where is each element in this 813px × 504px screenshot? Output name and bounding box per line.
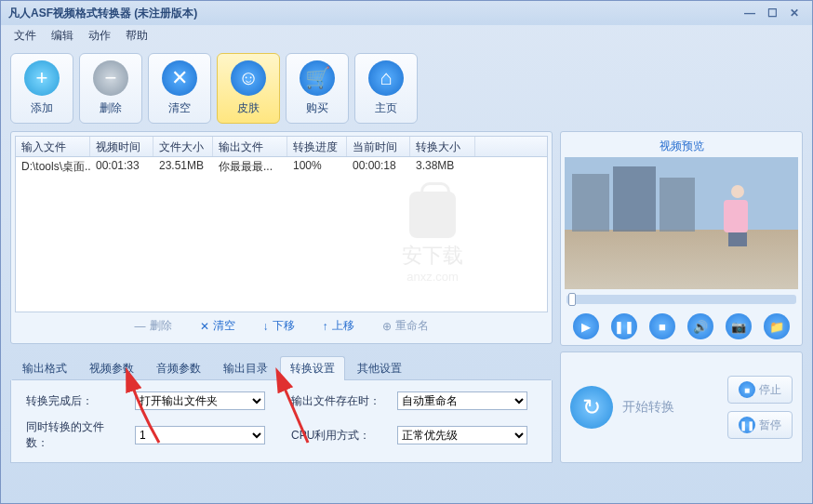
pause-button[interactable]: ❚❚ (611, 313, 637, 339)
stop-convert-button[interactable]: ■停止 (727, 376, 793, 404)
file-exists-label: 输出文件存在时： (291, 393, 380, 409)
settings-tabs: 输出格式 视频参数 音频参数 输出目录 转换设置 其他设置 (12, 350, 551, 380)
col-progress[interactable]: 转换进度 (287, 137, 347, 156)
settings-panel: 转换完成后： 打开输出文件夹 输出文件存在时： 自动重命名 同时转换的文件数： … (10, 380, 553, 463)
list-up[interactable]: ↑ 上移 (323, 318, 354, 334)
preview-panel: 视频预览 ▶ ❚❚ ■ 🔊 📷 📁 (560, 131, 803, 346)
cpu-mode-select[interactable]: 正常优先级 (397, 426, 527, 444)
list-down[interactable]: ↓ 下移 (263, 318, 295, 334)
pause-convert-button[interactable]: ❚❚暂停 (727, 411, 793, 439)
col-time[interactable]: 当前时间 (347, 137, 410, 156)
col-input[interactable]: 输入文件 (16, 137, 90, 156)
cpu-mode-label: CPU利用方式： (291, 428, 380, 444)
file-exists-select[interactable]: 自动重命名 (397, 391, 527, 410)
list-actions: — 删除 ✕ 清空 ↓ 下移 ↑ 上移 ⊕ 重命名 (15, 312, 548, 339)
col-output[interactable]: 输出文件 (213, 137, 287, 156)
tab-audio-params[interactable]: 音频参数 (146, 356, 211, 380)
stop-button[interactable]: ■ (649, 313, 675, 339)
preview-title: 视频预览 (565, 136, 798, 157)
x-icon: ✕ (162, 60, 197, 96)
stop-icon: ■ (739, 381, 755, 398)
concurrent-files-label: 同时转换的文件数： (26, 419, 118, 451)
tab-other-settings[interactable]: 其他设置 (347, 356, 412, 380)
col-duration[interactable]: 视频时间 (90, 137, 153, 156)
volume-button[interactable]: 🔊 (687, 313, 713, 339)
person-figure (724, 185, 752, 250)
buy-button[interactable]: 🛒 购买 (286, 53, 349, 124)
seek-slider[interactable] (566, 295, 796, 304)
table-row[interactable]: D:\tools\桌面... 00:01:33 23.51MB 你最最最... … (16, 157, 547, 176)
tab-output-format[interactable]: 输出格式 (12, 356, 77, 380)
menu-help[interactable]: 帮助 (118, 26, 155, 46)
minus-icon: − (93, 60, 128, 96)
menubar: 文件 编辑 动作 帮助 (1, 25, 812, 46)
list-clear[interactable]: ✕ 清空 (200, 318, 235, 334)
menu-file[interactable]: 文件 (7, 26, 44, 46)
skin-button[interactable]: ☺ 皮肤 (217, 53, 280, 124)
concurrent-files-select[interactable]: 1 (135, 426, 265, 444)
list-rename[interactable]: ⊕ 重命名 (382, 318, 429, 334)
menu-edit[interactable]: 编辑 (44, 26, 81, 46)
tab-convert-settings[interactable]: 转换设置 (280, 356, 345, 380)
file-table[interactable]: 输入文件 视频时间 文件大小 输出文件 转换进度 当前时间 转换大小 D:\to… (15, 136, 548, 312)
plus-icon: + (24, 60, 60, 96)
convert-panel: ↻ 开始转换 ■停止 ❚❚暂停 (560, 351, 803, 463)
col-size[interactable]: 文件大小 (153, 137, 213, 156)
tab-video-params[interactable]: 视频参数 (79, 356, 144, 380)
add-button[interactable]: + 添加 (10, 53, 73, 124)
home-icon: ⌂ (368, 60, 404, 96)
col-outsize[interactable]: 转换大小 (410, 137, 475, 156)
maximize-button[interactable]: ☐ (762, 6, 782, 20)
close-button[interactable]: ✕ (784, 6, 805, 20)
toolbar: + 添加 − 删除 ✕ 清空 ☺ 皮肤 🛒 购买 ⌂ 主页 (1, 46, 812, 131)
smile-icon: ☺ (231, 60, 266, 96)
start-convert-label: 开始转换 (622, 399, 674, 416)
minimize-button[interactable]: — (740, 6, 760, 20)
file-list-panel: 输入文件 视频时间 文件大小 输出文件 转换进度 当前时间 转换大小 D:\to… (10, 131, 553, 344)
after-convert-select[interactable]: 打开输出文件夹 (135, 391, 265, 410)
after-convert-label: 转换完成后： (26, 393, 118, 409)
snapshot-button[interactable]: 📷 (726, 313, 752, 339)
preview-video[interactable] (565, 157, 798, 289)
pause-icon: ❚❚ (739, 417, 755, 433)
start-convert-button[interactable]: ↻ (570, 386, 613, 429)
home-button[interactable]: ⌂ 主页 (354, 53, 418, 124)
play-button[interactable]: ▶ (573, 313, 599, 339)
menu-action[interactable]: 动作 (81, 26, 118, 46)
watermark: 安下载 anxz.com (402, 192, 463, 284)
folder-button[interactable]: 📁 (764, 313, 790, 339)
titlebar: 凡人ASF视频格式转换器 (未注册版本) — ☐ ✕ (1, 1, 812, 25)
tab-output-dir[interactable]: 输出目录 (213, 356, 278, 380)
list-delete[interactable]: — 删除 (135, 318, 172, 334)
window-title: 凡人ASF视频格式转换器 (未注册版本) (8, 6, 738, 21)
clear-button[interactable]: ✕ 清空 (148, 53, 211, 124)
delete-button[interactable]: − 删除 (79, 53, 142, 124)
cart-icon: 🛒 (300, 60, 335, 96)
